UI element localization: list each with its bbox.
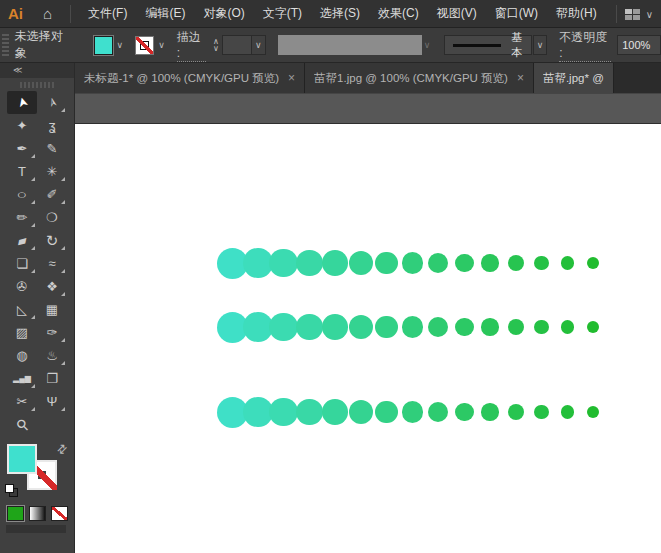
artwork-dot-row2-15[interactable] bbox=[587, 321, 599, 333]
shape-builder-tool[interactable]: ❖ bbox=[37, 275, 67, 298]
artwork-dot-row2-4[interactable] bbox=[296, 314, 323, 341]
blend-tool[interactable]: ◍ bbox=[7, 344, 37, 367]
color-button[interactable] bbox=[7, 506, 24, 521]
eraser-tool[interactable]: ▰ bbox=[7, 229, 37, 252]
stroke-color-swatch[interactable] bbox=[135, 36, 154, 55]
menu-item-2[interactable]: 对象(O) bbox=[194, 0, 253, 27]
lasso-tool[interactable]: ʓ bbox=[37, 114, 67, 137]
chevron-down-icon[interactable]: ∨ bbox=[646, 9, 653, 20]
ellipse-tool[interactable]: ○ bbox=[7, 183, 37, 206]
artwork-dot-row3-8[interactable] bbox=[402, 401, 424, 423]
hand-tool[interactable]: Ψ bbox=[37, 390, 67, 413]
menu-item-0[interactable]: 文件(F) bbox=[79, 0, 136, 27]
artwork-dot-row2-2[interactable] bbox=[243, 312, 273, 342]
fill-indicator[interactable] bbox=[7, 444, 37, 474]
artwork-dot-row1-6[interactable] bbox=[349, 251, 373, 275]
close-tab-icon[interactable]: × bbox=[288, 71, 295, 85]
artwork-dot-row3-9[interactable] bbox=[428, 402, 448, 422]
artwork-dot-row2-12[interactable] bbox=[508, 319, 524, 335]
artwork-dot-row1-7[interactable] bbox=[375, 252, 398, 275]
artwork-dot-row3-6[interactable] bbox=[349, 400, 373, 424]
gradient-tool[interactable]: ▨ bbox=[7, 321, 37, 344]
artwork-dot-row3-12[interactable] bbox=[508, 404, 524, 420]
menu-item-3[interactable]: 文字(T) bbox=[254, 0, 311, 27]
artwork-dot-row1-4[interactable] bbox=[296, 250, 323, 277]
none-button[interactable] bbox=[51, 506, 68, 521]
stroke-weight-combo[interactable]: ∨ bbox=[222, 35, 266, 55]
artwork-dot-row1-5[interactable] bbox=[322, 250, 348, 276]
brush-definition-combo[interactable]: 基本 bbox=[444, 35, 531, 55]
artwork-dot-row2-14[interactable] bbox=[561, 320, 574, 333]
artwork-dot-row3-2[interactable] bbox=[243, 397, 273, 427]
artwork-dot-row1-14[interactable] bbox=[561, 256, 574, 269]
artboard-canvas[interactable] bbox=[75, 124, 661, 553]
blob-brush-tool[interactable]: ❍ bbox=[37, 206, 67, 229]
artwork-dot-row2-9[interactable] bbox=[428, 317, 448, 337]
artwork-dot-row1-12[interactable] bbox=[508, 255, 524, 271]
artwork-dot-row3-3[interactable] bbox=[269, 398, 297, 426]
artwork-dot-row3-14[interactable] bbox=[561, 405, 574, 418]
artwork-dot-row2-6[interactable] bbox=[349, 315, 373, 339]
artwork-dot-row1-2[interactable] bbox=[243, 248, 273, 278]
direct-selection-tool[interactable]: ➢ bbox=[37, 91, 67, 114]
width-tool[interactable]: ≈ bbox=[37, 252, 67, 275]
selection-tool[interactable]: ➤ bbox=[7, 91, 37, 114]
chevron-down-icon[interactable]: ∨ bbox=[251, 36, 265, 54]
knife-tool[interactable]: ✂ bbox=[7, 390, 37, 413]
brush-definition-arrow[interactable]: ∨ bbox=[533, 35, 548, 55]
menu-item-5[interactable]: 效果(C) bbox=[369, 0, 428, 27]
artwork-dot-row1-3[interactable] bbox=[269, 249, 297, 277]
swap-fill-stroke-icon[interactable]: ⇄ bbox=[53, 440, 70, 457]
artwork-dot-row1-8[interactable] bbox=[402, 252, 424, 274]
chevron-down-icon[interactable]: ∨ bbox=[113, 40, 128, 50]
artwork-dot-row1-11[interactable] bbox=[481, 254, 498, 271]
artwork-dot-row2-11[interactable] bbox=[481, 318, 498, 335]
menu-item-7[interactable]: 窗口(W) bbox=[486, 0, 547, 27]
paintbrush-tool[interactable]: ✐ bbox=[37, 183, 67, 206]
chevron-down-icon[interactable]: ∨ bbox=[534, 36, 547, 54]
artwork-dot-row2-3[interactable] bbox=[269, 313, 297, 341]
pencil-tool[interactable]: ✏ bbox=[7, 206, 37, 229]
panel-grip[interactable] bbox=[20, 80, 54, 89]
chevron-down-icon[interactable]: ∨ bbox=[154, 40, 169, 50]
control-bar-grip[interactable] bbox=[2, 32, 9, 58]
opacity-label[interactable]: 不透明度 : bbox=[559, 29, 611, 62]
artwork-dot-row2-8[interactable] bbox=[402, 316, 424, 338]
workspace-switcher-icon[interactable] bbox=[625, 9, 640, 20]
artwork-dot-row3-11[interactable] bbox=[481, 403, 498, 420]
mesh-tool[interactable]: ▦ bbox=[37, 298, 67, 321]
fill-color-swatch[interactable] bbox=[94, 36, 113, 55]
magic-wand-tool[interactable]: ✦ bbox=[7, 114, 37, 137]
artwork-dot-row2-7[interactable] bbox=[375, 316, 398, 339]
stroke-weight-label[interactable]: 描边 : bbox=[177, 29, 206, 62]
menu-item-1[interactable]: 编辑(E) bbox=[136, 0, 194, 27]
artwork-dot-row2-5[interactable] bbox=[322, 314, 348, 340]
collapse-panel-icon[interactable]: ≪ bbox=[0, 63, 74, 78]
document-tab-1[interactable]: 苗帮1.jpg @ 100% (CMYK/GPU 预览)× bbox=[305, 63, 534, 93]
document-tab-2[interactable]: 苗帮.jpg* @ bbox=[534, 63, 614, 93]
eyedropper-tool[interactable]: ✑ bbox=[37, 321, 67, 344]
default-fill-stroke-icon[interactable] bbox=[5, 484, 18, 497]
close-tab-icon[interactable]: × bbox=[517, 71, 524, 85]
menu-item-8[interactable]: 帮助(H) bbox=[547, 0, 606, 27]
artwork-dot-row1-15[interactable] bbox=[587, 257, 599, 269]
symbol-sprayer-tool[interactable]: ♨ bbox=[37, 344, 67, 367]
menu-item-6[interactable]: 视图(V) bbox=[428, 0, 486, 27]
artwork-dot-row3-4[interactable] bbox=[296, 399, 323, 426]
polar-grid-tool[interactable]: ✳ bbox=[37, 160, 67, 183]
artwork-dot-row3-13[interactable] bbox=[534, 405, 549, 420]
rotate-tool[interactable]: ↻ bbox=[37, 229, 67, 252]
stepper-down-icon[interactable]: ∨ bbox=[213, 45, 219, 52]
document-tab-0[interactable]: 未标题-1* @ 100% (CMYK/GPU 预览)× bbox=[75, 63, 305, 93]
pen-tool[interactable]: ✒ bbox=[7, 137, 37, 160]
type-tool[interactable]: T bbox=[7, 160, 37, 183]
column-graph-tool[interactable]: ▂▄▆ bbox=[7, 367, 37, 390]
perspective-grid-tool[interactable]: ◺ bbox=[7, 298, 37, 321]
artboard-tool[interactable]: ❐ bbox=[37, 367, 67, 390]
stroke-weight-stepper[interactable]: ∧ ∨ bbox=[213, 38, 219, 52]
gradient-button[interactable] bbox=[29, 506, 46, 521]
opacity-field[interactable]: 100% bbox=[617, 35, 661, 55]
menu-item-4[interactable]: 选择(S) bbox=[311, 0, 369, 27]
curvature-tool[interactable]: ✎ bbox=[37, 137, 67, 160]
artwork-dot-row2-13[interactable] bbox=[534, 320, 549, 335]
